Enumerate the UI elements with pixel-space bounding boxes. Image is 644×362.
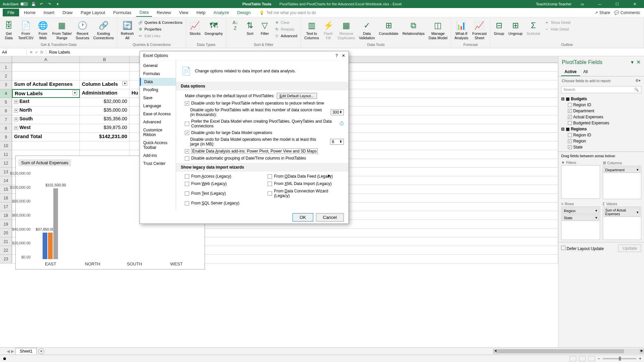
table-group[interactable]: ⊟▦ Regions: [561, 126, 641, 132]
values-drop-area[interactable]: Sum of Actual Expenses▾: [603, 206, 642, 240]
text-to-columns-button[interactable]: ▥Text to Columns: [303, 19, 320, 41]
legacy-import-checkbox[interactable]: From SQL Server (Legacy): [185, 200, 261, 206]
horizontal-scrollbar[interactable]: ◀ ▶: [493, 349, 644, 354]
minimize-icon[interactable]: —: [593, 0, 606, 8]
tab-design[interactable]: Design: [234, 9, 254, 16]
tab-all-fields[interactable]: All: [580, 68, 591, 76]
expand-icon[interactable]: +: [14, 109, 18, 113]
flash-fill-button[interactable]: ⚡Flash Fill: [322, 19, 335, 41]
edit-default-layout-button[interactable]: Edit Default Layout...: [277, 93, 317, 99]
row-header[interactable]: 8: [0, 124, 12, 133]
row-header[interactable]: 21: [0, 237, 12, 246]
tab-analyze[interactable]: Analyze: [210, 9, 232, 16]
tab-formulas[interactable]: Formulas: [110, 9, 135, 16]
tab-view[interactable]: View: [176, 9, 192, 16]
legacy-import-checkbox[interactable]: From Text (Legacy): [185, 188, 261, 199]
filters-drop-area[interactable]: [561, 165, 600, 199]
sidebar-item-formulas[interactable]: Formulas: [140, 70, 176, 78]
from-text-button[interactable]: 📄From Text/CSV: [17, 19, 35, 41]
edit-links-button[interactable]: ✏Edit Links: [137, 33, 184, 39]
row-header[interactable]: 3: [0, 80, 12, 89]
prefer-data-model-checkbox[interactable]: Prefer the Excel Data Model when creatin…: [181, 118, 344, 129]
value-field-item[interactable]: Sum of Actual Expenses▾: [604, 207, 641, 217]
name-box[interactable]: A4: [0, 49, 27, 55]
properties-button[interactable]: ⚙Properties: [137, 26, 184, 32]
row-header[interactable]: 1: [0, 63, 12, 72]
tab-file[interactable]: File: [3, 9, 19, 16]
consolidate-button[interactable]: ⊞Consolidate: [378, 19, 400, 37]
ribbon-options-icon[interactable]: ▭: [576, 0, 589, 8]
sidebar-item-ease-of-access[interactable]: Ease of Access: [140, 110, 176, 118]
expand-icon[interactable]: +: [14, 126, 18, 130]
legacy-import-checkbox[interactable]: From Web (Legacy): [185, 180, 261, 187]
field-checkbox[interactable]: ✓Actual Expenses: [561, 114, 641, 120]
field-checkbox[interactable]: ✓Region: [561, 138, 641, 144]
dialog-close-icon[interactable]: ✕: [342, 53, 345, 58]
pivot-rows-spinner[interactable]: 300▲▼: [331, 109, 344, 115]
sidebar-item-save[interactable]: Save: [140, 94, 176, 102]
rows-drop-area[interactable]: Region▾ State▾: [561, 206, 600, 240]
col-header[interactable]: B: [80, 56, 129, 63]
tab-data[interactable]: Data: [136, 8, 152, 17]
col-header[interactable]: A: [12, 56, 80, 63]
zoom-out-icon[interactable]: −: [598, 356, 600, 361]
geography-button[interactable]: 🗺Geography: [203, 19, 224, 37]
row-field-item[interactable]: State▾: [562, 215, 599, 221]
show-detail-button[interactable]: +Show Detail: [543, 19, 572, 25]
tab-help[interactable]: Help: [193, 9, 209, 16]
ok-button[interactable]: OK: [292, 213, 313, 222]
pane-settings-icon[interactable]: ▾: [631, 59, 634, 65]
zoom-slider[interactable]: [603, 358, 636, 359]
from-web-button[interactable]: 🌐From Web: [36, 19, 50, 41]
row-header[interactable]: 12: [0, 159, 12, 168]
hide-detail-button[interactable]: −Hide Detail: [543, 26, 572, 32]
sidebar-item-data[interactable]: Data: [140, 78, 176, 86]
row-header[interactable]: 17: [0, 202, 12, 211]
tab-insert[interactable]: Insert: [40, 9, 58, 16]
row-header[interactable]: 5: [0, 98, 12, 107]
row-header[interactable]: 9: [0, 133, 12, 141]
row-header[interactable]: 22: [0, 246, 12, 255]
page-layout-view-icon[interactable]: [579, 356, 586, 361]
sort-az-button[interactable]: A↓Z: [228, 19, 242, 32]
what-if-button[interactable]: 📊What-If Analysis: [453, 19, 470, 41]
close-icon[interactable]: ✕: [628, 0, 641, 8]
redo-icon[interactable]: ↷: [47, 1, 52, 7]
normal-view-icon[interactable]: [570, 356, 576, 361]
field-checkbox[interactable]: Budgeted Expenses: [561, 120, 641, 126]
cancel-button[interactable]: Cancel: [316, 213, 344, 222]
legacy-import-checkbox[interactable]: From OData Data Feed (Legacy): [268, 173, 344, 180]
tab-page-layout[interactable]: Page Layout: [77, 9, 109, 16]
row-header[interactable]: 23: [0, 255, 12, 263]
row-header[interactable]: 7: [0, 115, 12, 124]
row-header[interactable]: 19: [0, 220, 12, 229]
relationships-button[interactable]: ⧉Relationships: [401, 19, 426, 37]
remove-duplicates-button[interactable]: ▦Remove Duplicates: [336, 19, 356, 41]
tab-active-fields[interactable]: Active: [561, 68, 580, 76]
fields-search[interactable]: Search 🔍: [561, 86, 641, 93]
row-header[interactable]: 2: [0, 72, 12, 80]
user-name[interactable]: TeachUcomp Teacher: [536, 2, 572, 6]
share-button[interactable]: ↗ Share: [595, 10, 610, 15]
defer-layout-checkbox[interactable]: Defer Layout Update: [561, 246, 604, 251]
sidebar-item-add-ins[interactable]: Add-ins: [140, 152, 176, 160]
stocks-button[interactable]: 📈Stocks: [188, 19, 202, 37]
sheet-nav-prev-icon[interactable]: ◀: [7, 349, 10, 354]
reapply-button[interactable]: ↻Reapply: [273, 26, 299, 32]
record-macro-icon[interactable]: ⏺: [3, 356, 7, 361]
filter-dropdown-icon[interactable]: ▾: [72, 90, 77, 95]
disable-undo-datamodel-checkbox[interactable]: ✓Disable undo for large Data Model opera…: [181, 129, 344, 136]
enter-formula-icon[interactable]: ✓: [35, 50, 38, 55]
refresh-all-button[interactable]: 🔄Refresh All: [119, 19, 135, 41]
qat-dropdown-icon[interactable]: ▾: [55, 1, 60, 7]
sidebar-item-proofing[interactable]: Proofing: [140, 86, 176, 94]
field-checkbox[interactable]: ✓Department: [561, 108, 641, 114]
sidebar-item-general[interactable]: General: [140, 62, 176, 70]
filter-button[interactable]: ▽Filter: [258, 19, 271, 37]
table-group[interactable]: ⊟▦ Budgets: [561, 96, 641, 102]
tab-home[interactable]: Home: [20, 9, 39, 16]
model-size-spinner[interactable]: 8▲▼: [330, 139, 344, 145]
sort-button[interactable]: ⇅Sort: [243, 19, 257, 37]
get-data-button[interactable]: 🗄Get Data: [2, 19, 15, 41]
page-break-view-icon[interactable]: [588, 356, 595, 361]
